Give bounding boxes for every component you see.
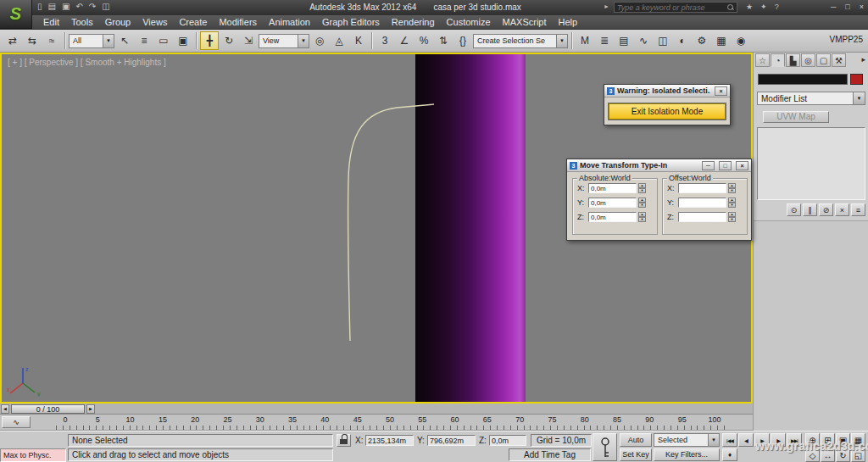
absolute-y-field[interactable]: 0,0m	[588, 198, 637, 208]
play-button[interactable]: ▶	[754, 433, 770, 447]
previous-frame-button[interactable]: ◀|	[738, 433, 754, 447]
infocenter-arrow-icon[interactable]: ►	[604, 3, 609, 9]
spinner-control[interactable]: ▲▼	[638, 212, 646, 222]
rectangular-selection-region-icon[interactable]: ▭	[154, 31, 173, 50]
help-icon[interactable]: ?	[775, 3, 779, 11]
spinner-control[interactable]: ▲▼	[728, 183, 736, 193]
rendered-frame-window-icon[interactable]: ▦	[712, 31, 731, 50]
track-bar[interactable]: ∿ 0 5 10 15 20 25 30 35 40 45 50 55 60 6…	[0, 415, 753, 431]
zoom-extents-icon[interactable]: ▣	[836, 433, 850, 447]
mirror-icon[interactable]: M	[576, 31, 594, 50]
render-production-icon[interactable]: ◉	[732, 31, 750, 50]
application-button[interactable]: S	[0, 0, 32, 29]
time-slider-track[interactable]: ◀ 0 / 100 ▶	[0, 404, 753, 415]
tab-modify-icon[interactable]: ◔	[771, 53, 785, 67]
maximize-button[interactable]: □	[845, 3, 849, 11]
percent-snap-icon[interactable]: %	[415, 31, 433, 50]
make-unique-icon[interactable]: ⊘	[819, 203, 833, 216]
field-of-view-icon[interactable]: ◇	[805, 448, 820, 462]
select-object-icon[interactable]: ↖	[115, 31, 134, 50]
open-file-icon[interactable]: ▤	[48, 2, 56, 11]
keyboard-override-icon[interactable]: K	[349, 31, 368, 50]
new-scene-icon[interactable]: ▯	[37, 2, 42, 11]
material-editor-icon[interactable]: ◐	[673, 31, 692, 50]
show-end-result-icon[interactable]: ∥	[803, 203, 817, 216]
align-icon[interactable]: ≣	[595, 31, 614, 50]
menu-rendering[interactable]: Rendering	[386, 17, 441, 27]
reference-coordinate-dropdown[interactable]: View▼	[259, 34, 309, 48]
save-file-icon[interactable]: ▣	[62, 2, 70, 11]
selection-filter-dropdown[interactable]: All▼	[69, 34, 114, 48]
add-time-tag[interactable]: Add Time Tag	[509, 448, 591, 461]
modifier-stack-entry-uvw-map[interactable]: UVW Map	[763, 111, 829, 123]
named-selection-sets-icon[interactable]: {}	[453, 31, 472, 50]
maxscript-mini-listener[interactable]: Max to Physc.	[0, 448, 66, 462]
menu-views[interactable]: Views	[136, 17, 173, 27]
key-mode-toggle[interactable]: ♦	[722, 448, 737, 461]
select-and-manipulate-icon[interactable]: ◬	[330, 31, 348, 50]
panel-expand-icon[interactable]: ▸	[861, 55, 865, 64]
orbit-icon[interactable]: ↻	[836, 448, 850, 462]
close-button[interactable]: ×	[860, 3, 864, 11]
search-icon[interactable]	[727, 4, 734, 11]
snaps-toggle-icon[interactable]: 3	[376, 31, 394, 50]
menu-graph-editors[interactable]: Graph Editors	[316, 17, 386, 27]
maximize-icon[interactable]: □	[719, 161, 732, 170]
angle-snap-icon[interactable]: ∠	[395, 31, 414, 50]
modifier-list-dropdown[interactable]: Modifier List ▼	[757, 92, 865, 105]
go-to-end-button[interactable]: ▶▶|	[787, 433, 802, 447]
search-input[interactable]	[615, 3, 727, 12]
set-keys-button[interactable]	[593, 433, 617, 461]
menu-group[interactable]: Group	[99, 17, 137, 27]
dialog-titlebar[interactable]: 3 Move Transform Type-In ─ □ ×	[567, 159, 751, 172]
select-and-rotate-icon[interactable]: ↻	[220, 31, 238, 50]
pin-stack-icon[interactable]: ⊙	[787, 203, 801, 216]
zoom-extents-all-icon[interactable]: ▦	[851, 433, 865, 447]
pan-icon[interactable]: ↔	[821, 448, 835, 462]
menu-modifiers[interactable]: Modifiers	[213, 17, 263, 27]
absolute-x-field[interactable]: 0,0m	[588, 183, 637, 193]
spinner-control[interactable]: ▲▼	[638, 183, 646, 193]
next-frame-button[interactable]: |▶	[771, 433, 786, 447]
use-pivot-point-center-icon[interactable]: ◎	[310, 31, 329, 50]
window-crossing-icon[interactable]: ▣	[174, 31, 192, 50]
redo-icon[interactable]: ↷	[89, 2, 96, 11]
minimize-icon[interactable]: ─	[702, 161, 715, 170]
exit-isolation-mode-button[interactable]: Exit Isolation Mode	[609, 103, 726, 120]
open-mini-curve-editor-button[interactable]: ∿	[2, 416, 31, 428]
spline-object[interactable]	[348, 104, 434, 341]
layer-manager-icon[interactable]: ▤	[615, 31, 633, 50]
spinner-control[interactable]: ▲▼	[728, 212, 736, 222]
menu-tools[interactable]: Tools	[65, 17, 99, 27]
render-setup-icon[interactable]: ⚙	[693, 31, 711, 50]
undo-icon[interactable]: ↶	[75, 2, 82, 11]
named-selection-set-dropdown[interactable]: Create Selection Se▼	[473, 34, 568, 48]
close-icon[interactable]: ×	[715, 86, 727, 96]
spinner-control[interactable]: ▲▼	[728, 198, 736, 208]
x-coordinate-field[interactable]: 2135,134m	[365, 434, 414, 447]
remove-modifier-icon[interactable]: ×	[835, 203, 849, 216]
unlink-selection-icon[interactable]: ⇆	[23, 31, 42, 50]
tab-motion-icon[interactable]: ◎	[801, 53, 815, 67]
menu-customize[interactable]: Customize	[441, 17, 497, 27]
spinner-control[interactable]: ▲▼	[638, 198, 646, 208]
tab-create-icon[interactable]: ☆	[755, 53, 770, 67]
select-and-move-icon[interactable]: ╋	[200, 31, 219, 50]
key-filters-button[interactable]: Key Filters...	[654, 448, 720, 461]
offset-y-field[interactable]	[678, 198, 726, 208]
minimize-button[interactable]: ─	[831, 3, 836, 11]
project-folder-icon[interactable]: ◫	[102, 2, 109, 11]
select-and-link-icon[interactable]: ⇄	[3, 31, 22, 50]
dialog-titlebar[interactable]: 3 Warning: Isolated Selecti... ×	[604, 85, 730, 97]
key-selection-dropdown[interactable]: Selected ▼	[654, 433, 720, 447]
offset-x-field[interactable]	[678, 183, 726, 193]
auto-key-button[interactable]: Auto Key	[620, 433, 652, 447]
modifier-stack-list[interactable]	[757, 127, 865, 200]
close-icon[interactable]: ×	[736, 161, 748, 170]
curve-editor-icon[interactable]: ∿	[634, 31, 653, 50]
schematic-view-icon[interactable]: ◫	[654, 31, 672, 50]
tab-hierarchy-icon[interactable]: ▙	[786, 53, 800, 67]
next-frame-arrow-icon[interactable]: ▶	[86, 404, 95, 414]
bind-to-space-warp-icon[interactable]: ≈	[42, 31, 61, 50]
offset-z-field[interactable]	[678, 212, 726, 222]
